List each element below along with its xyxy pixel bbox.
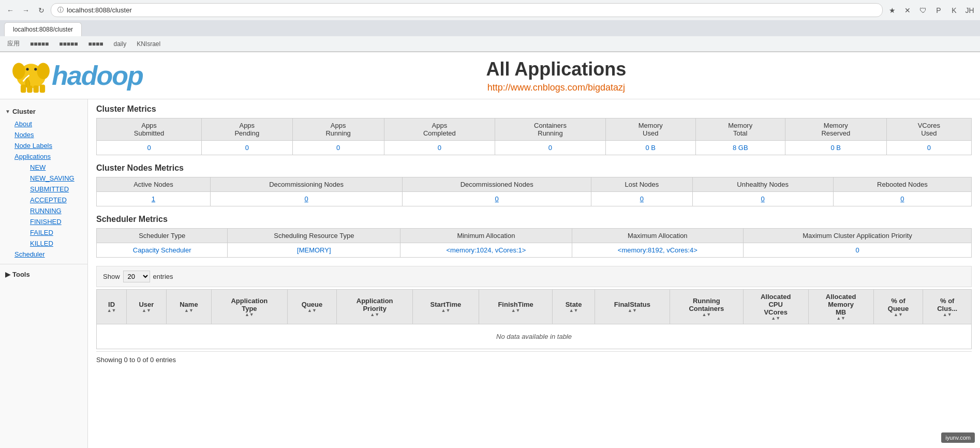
cnm-val-3[interactable]: 0: [591, 192, 693, 206]
extension-button2[interactable]: 🛡: [917, 4, 929, 17]
svg-point-2: [12, 63, 25, 80]
sidebar-item-failed[interactable]: FAILED: [26, 227, 87, 238]
at-header-app-priority[interactable]: ApplicationPriority▲▼: [337, 290, 412, 324]
hadoop-logo-text: hadoop: [52, 60, 143, 91]
browser-toolbar: ← → ↻ ⓘ localhost:8088/cluster ★ ✕ 🛡 P K…: [0, 0, 980, 20]
sidebar-item-nodes[interactable]: Nodes: [10, 129, 87, 140]
cluster-links: About Nodes Node Labels Applications NEW…: [0, 118, 87, 260]
show-entries-bar: Show 20 50 100 entries: [96, 266, 972, 287]
cluster-section: ▼ Cluster About Nodes Node Labels Applic…: [0, 104, 87, 260]
sm-header-1: Scheduling Resource Type: [228, 229, 400, 243]
sidebar-item-node-labels[interactable]: Node Labels: [10, 140, 87, 151]
at-header-allocated-cpu[interactable]: AllocatedCPUVCores▲▼: [743, 290, 808, 324]
bm1-label: ■■■■■: [30, 40, 49, 48]
bookmark-2[interactable]: ■■■■■: [56, 38, 81, 49]
sm-header-0: Scheduler Type: [97, 229, 228, 243]
sm-header-4: Maximum Cluster Application Priority: [744, 229, 972, 243]
browser-tabs: localhost:8088/cluster: [0, 20, 980, 36]
page-container: hadoop All Applications http://www.cnblo…: [0, 52, 980, 448]
svg-rect-9: [40, 85, 46, 93]
scheduler-metrics-table: Scheduler Type Scheduling Resource Type …: [96, 228, 972, 258]
back-button[interactable]: ←: [4, 4, 17, 17]
page-subtitle: http://www.cnblogs.com/bigdatazj: [143, 82, 970, 93]
extension-button5[interactable]: JH: [963, 4, 976, 17]
cnm-val-0[interactable]: 1: [97, 192, 211, 206]
bookmark-apps[interactable]: 应用: [4, 38, 23, 49]
cluster-section-header[interactable]: ▼ Cluster: [0, 104, 87, 118]
applications-table: ID▲▼ User▲▼ Name▲▼ ApplicationType▲▼ Que…: [96, 289, 972, 349]
cnm-val-2[interactable]: 0: [403, 192, 591, 206]
entries-label: entries: [153, 273, 173, 280]
sidebar-item-killed[interactable]: KILLED: [26, 238, 87, 249]
knisrael-label: KNIsrael: [137, 40, 160, 48]
at-header-name[interactable]: Name▲▼: [166, 290, 211, 324]
sm-header-2: Minimum Allocation: [400, 229, 572, 243]
cm-header-3: AppsCompleted: [384, 118, 495, 141]
refresh-button[interactable]: ↻: [35, 4, 48, 17]
tools-section-header[interactable]: ▶ Tools: [0, 267, 87, 281]
show-label: Show: [103, 273, 120, 280]
bookmark-button[interactable]: ★: [886, 4, 898, 17]
extension-button3[interactable]: P: [932, 4, 945, 17]
elephant-icon: [10, 57, 52, 94]
cm-header-6: MemoryTotal: [695, 118, 785, 141]
at-header-running-containers[interactable]: RunningContainers▲▼: [670, 290, 744, 324]
extension-button1[interactable]: ✕: [901, 4, 914, 17]
bookmark-1[interactable]: ■■■■■: [27, 38, 52, 49]
bm2-label: ■■■■■: [59, 40, 78, 48]
at-header-app-type[interactable]: ApplicationType▲▼: [212, 290, 287, 324]
sm-val-1: [MEMORY]: [228, 243, 400, 258]
cm-val-3: 0: [384, 141, 495, 155]
sidebar-item-new[interactable]: NEW: [26, 162, 87, 173]
at-header-finish-time[interactable]: FinishTime▲▼: [479, 290, 552, 324]
lock-icon: ⓘ: [57, 6, 64, 14]
cnm-val-4[interactable]: 0: [692, 192, 833, 206]
cm-val-0: 0: [97, 141, 202, 155]
cnm-header-0: Active Nodes: [97, 177, 211, 192]
cnm-val-5[interactable]: 0: [833, 192, 971, 206]
applications-subsection: NEW NEW_SAVING SUBMITTED ACCEPTED RUNNIN…: [10, 162, 87, 249]
at-header-start-time[interactable]: StartTime▲▼: [412, 290, 479, 324]
svg-point-5: [34, 68, 37, 70]
at-header-queue[interactable]: Queue▲▼: [287, 290, 337, 324]
hadoop-logo: hadoop: [10, 57, 143, 94]
sidebar-item-submitted[interactable]: SUBMITTED: [26, 184, 87, 195]
bookmarks-bar: 应用 ■■■■■ ■■■■■ ■■■■ daily KNIsrael: [0, 36, 980, 52]
content-area: Cluster Metrics AppsSubmitted AppsPendin…: [88, 99, 980, 448]
active-tab[interactable]: localhost:8088/cluster: [4, 22, 82, 36]
cluster-metrics-title: Cluster Metrics: [96, 104, 972, 114]
at-header-user[interactable]: User▲▼: [127, 290, 167, 324]
at-header-id[interactable]: ID▲▼: [97, 290, 127, 324]
scheduler-metrics-title: Scheduler Metrics: [96, 215, 972, 224]
tools-arrow-icon: ▶: [5, 271, 10, 278]
sidebar-item-new-saving[interactable]: NEW_SAVING: [26, 173, 87, 184]
at-header-state[interactable]: State▲▼: [553, 290, 595, 324]
sidebar-item-running[interactable]: RUNNING: [26, 205, 87, 216]
at-header-allocated-memory[interactable]: AllocatedMemoryMB▲▼: [808, 290, 873, 324]
sidebar-item-about[interactable]: About: [10, 118, 87, 129]
sidebar-item-finished[interactable]: FINISHED: [26, 216, 87, 227]
at-header-pct-queue[interactable]: % ofQueue▲▼: [873, 290, 923, 324]
bookmark-knisrael[interactable]: KNIsrael: [133, 38, 164, 49]
entries-select[interactable]: 20 50 100: [123, 271, 150, 282]
daily-label: daily: [114, 40, 127, 48]
watermark: iyunv.com: [941, 432, 975, 443]
at-header-final-status[interactable]: FinalStatus▲▼: [595, 290, 670, 324]
cluster-metrics-table: AppsSubmitted AppsPending AppsRunning Ap…: [96, 118, 972, 155]
sidebar-item-applications[interactable]: Applications: [10, 151, 87, 162]
bm3-label: ■■■■: [88, 40, 103, 48]
cm-val-8: 0: [886, 141, 971, 155]
cnm-val-1[interactable]: 0: [210, 192, 402, 206]
bookmark-daily[interactable]: daily: [111, 38, 130, 49]
address-bar[interactable]: ⓘ localhost:8088/cluster: [51, 3, 883, 17]
forward-button[interactable]: →: [20, 4, 32, 17]
cnm-header-3: Lost Nodes: [591, 177, 693, 192]
bookmark-3[interactable]: ■■■■: [85, 38, 107, 49]
at-header-pct-cluster[interactable]: % ofClus...▲▼: [923, 290, 972, 324]
sm-header-3: Maximum Allocation: [572, 229, 743, 243]
sidebar-item-accepted[interactable]: ACCEPTED: [26, 195, 87, 205]
sm-val-0: Capacity Scheduler: [97, 243, 228, 258]
extension-button4[interactable]: K: [948, 4, 960, 17]
sidebar-item-scheduler[interactable]: Scheduler: [10, 249, 87, 260]
cm-header-4: ContainersRunning: [495, 118, 605, 141]
